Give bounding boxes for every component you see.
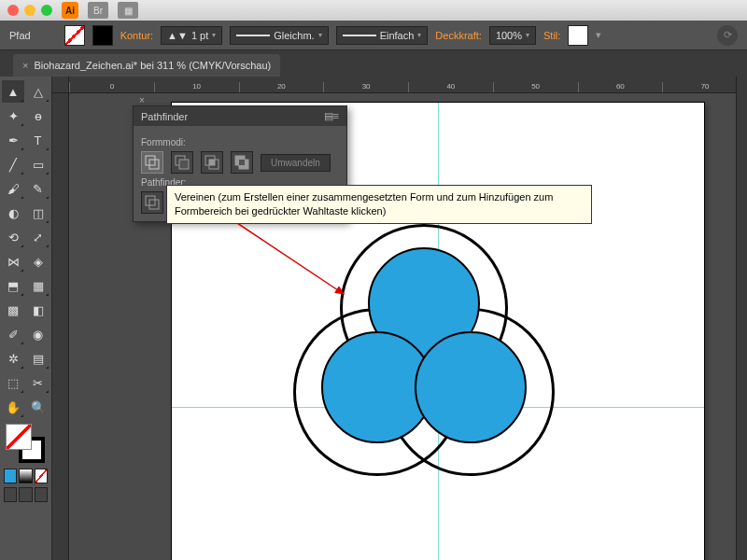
- tooltip: Vereinen (zum Erstellen einer zusammenge…: [166, 185, 592, 224]
- blob-brush-tool[interactable]: ◐: [2, 202, 24, 224]
- brush-dropdown[interactable]: Einfach▾: [336, 26, 429, 45]
- magic-wand-tool[interactable]: ✦: [2, 105, 24, 127]
- svg-rect-11: [149, 200, 159, 209]
- stroke-profile-label: Gleichm.: [274, 30, 314, 41]
- hand-tool[interactable]: ✋: [2, 396, 24, 418]
- slice-tool[interactable]: ✂: [27, 371, 49, 394]
- stroke-label: Kontur:: [120, 30, 153, 41]
- gradient-tool[interactable]: ◧: [27, 299, 49, 321]
- intersect-button[interactable]: [201, 151, 223, 174]
- unite-button[interactable]: [141, 151, 163, 174]
- draw-behind[interactable]: [19, 487, 32, 502]
- rotate-tool[interactable]: ⟲: [2, 226, 24, 248]
- pen-tool[interactable]: ✒: [2, 129, 24, 151]
- symbol-sprayer-tool[interactable]: ✲: [2, 347, 24, 370]
- none-button[interactable]: [35, 469, 48, 483]
- fill-stroke-control[interactable]: [2, 424, 49, 465]
- svg-rect-10: [146, 196, 155, 205]
- graph-tool[interactable]: ▤: [27, 347, 49, 370]
- zoom-window-button[interactable]: [41, 5, 52, 16]
- svg-rect-1: [149, 160, 159, 169]
- zoom-tool[interactable]: 🔍: [27, 396, 49, 418]
- draw-normal[interactable]: [4, 487, 17, 502]
- app-icon: Ai: [62, 2, 78, 19]
- svg-rect-9: [239, 160, 245, 165]
- svg-rect-6: [209, 160, 215, 165]
- close-window-button[interactable]: [7, 5, 19, 16]
- width-tool[interactable]: ⋈: [2, 250, 24, 273]
- fill-circle-right[interactable]: [415, 331, 527, 443]
- divide-button[interactable]: [141, 191, 163, 214]
- shape-builder-tool[interactable]: ⬒: [2, 274, 24, 297]
- vertical-ruler[interactable]: [52, 93, 69, 560]
- type-tool[interactable]: T: [27, 129, 49, 151]
- opacity-label: Deckkraft:: [435, 30, 482, 41]
- right-panel-dock[interactable]: [736, 77, 747, 560]
- artwork-group[interactable]: [321, 224, 601, 504]
- toolbox: ▲ △ ✦ ɵ ✒ T ╱ ▭ 🖌 ✎ ◐ ◫ ⟲ ⤢ ⋈ ◈ ⬒ ▦ ▩ ◧ …: [0, 77, 52, 560]
- fill-swatch[interactable]: [64, 25, 85, 46]
- ruler-origin[interactable]: [52, 77, 69, 93]
- document-tab-bar: × Biohazard_Zeichen.ai* bei 311 % (CMYK/…: [0, 50, 747, 77]
- style-swatch[interactable]: [568, 25, 588, 46]
- minimize-window-button[interactable]: [24, 5, 35, 16]
- shape-modes-label: Formmodi:: [141, 137, 339, 147]
- opacity-value: 100%: [496, 30, 522, 41]
- document-tab[interactable]: × Biohazard_Zeichen.ai* bei 311 % (CMYK/…: [13, 54, 280, 77]
- perspective-tool[interactable]: ▦: [27, 274, 49, 297]
- stroke-swatch[interactable]: [92, 25, 113, 46]
- draw-mode-row: [2, 487, 49, 502]
- selection-tool[interactable]: ▲: [2, 80, 24, 103]
- exclude-button[interactable]: [231, 151, 253, 174]
- mesh-tool[interactable]: ▩: [2, 299, 24, 321]
- close-tab-button[interactable]: ×: [22, 60, 28, 71]
- artboard-tool[interactable]: ⬚: [2, 371, 24, 394]
- svg-rect-0: [146, 156, 155, 165]
- direct-selection-tool[interactable]: △: [27, 80, 49, 103]
- eraser-tool[interactable]: ◫: [27, 202, 49, 224]
- minus-front-button[interactable]: [171, 151, 193, 174]
- go-button[interactable]: ⟳: [717, 25, 738, 46]
- stroke-profile-dropdown[interactable]: Gleichm.▾: [230, 26, 328, 45]
- pencil-tool[interactable]: ✎: [27, 177, 49, 200]
- panel-title: Pathfinder: [141, 111, 188, 122]
- panel-menu-button[interactable]: ▤≡: [324, 110, 339, 122]
- window-titlebar: Ai Br ▦: [0, 0, 747, 21]
- style-label: Stil:: [543, 30, 560, 41]
- rectangle-tool[interactable]: ▭: [27, 153, 49, 175]
- horizontal-ruler[interactable]: 010203040506070: [69, 77, 747, 93]
- free-transform-tool[interactable]: ◈: [27, 250, 49, 273]
- color-mode-row: [2, 469, 49, 483]
- fill-box[interactable]: [6, 424, 32, 450]
- draw-inside[interactable]: [35, 487, 48, 502]
- color-button[interactable]: [4, 469, 17, 483]
- document-tab-title: Biohazard_Zeichen.ai* bei 311 % (CMYK/Vo…: [34, 60, 271, 71]
- paintbrush-tool[interactable]: 🖌: [2, 177, 24, 200]
- panel-header[interactable]: Pathfinder ▤≡: [134, 106, 346, 126]
- scale-tool[interactable]: ⤢: [27, 226, 49, 248]
- stroke-weight-dropdown[interactable]: ▲▼1 pt▾: [161, 26, 222, 45]
- control-bar: Pfad Kontur: ▲▼1 pt▾ Gleichm.▾ Einfach▾ …: [0, 21, 747, 50]
- bridge-button[interactable]: Br: [88, 2, 108, 19]
- lasso-tool[interactable]: ɵ: [27, 105, 49, 127]
- panel-close-button[interactable]: ×: [139, 95, 145, 105]
- gradient-button[interactable]: [19, 469, 32, 483]
- expand-button[interactable]: Umwandeln: [261, 154, 331, 172]
- brush-label: Einfach: [380, 30, 415, 41]
- eyedropper-tool[interactable]: ✐: [2, 323, 24, 345]
- blend-tool[interactable]: ◉: [27, 323, 49, 345]
- svg-rect-3: [179, 160, 189, 169]
- arrange-documents-button[interactable]: ▦: [118, 2, 138, 19]
- opacity-dropdown[interactable]: 100%▾: [489, 26, 536, 45]
- line-tool[interactable]: ╱: [2, 153, 24, 175]
- stroke-weight-value: 1 pt: [191, 30, 208, 41]
- selection-type-label: Pfad: [9, 30, 31, 41]
